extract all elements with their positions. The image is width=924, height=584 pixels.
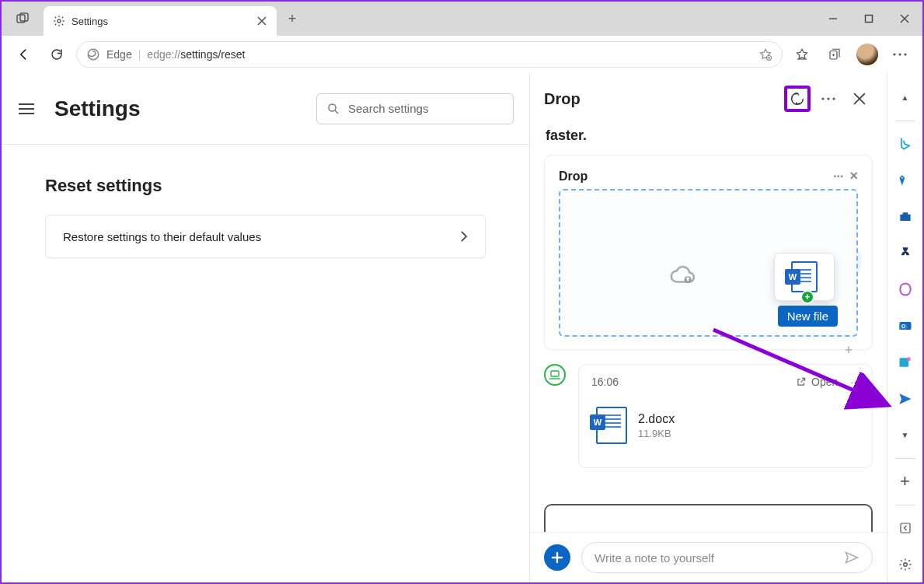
mini-close-icon[interactable]: ×	[849, 168, 858, 184]
sidebar-games-icon[interactable]	[893, 241, 918, 265]
option-label: Restore settings to their default values	[63, 230, 261, 243]
svg-point-25	[903, 562, 907, 566]
note-input[interactable]: Write a note to yourself	[581, 542, 873, 573]
settings-menu-button[interactable]	[14, 96, 39, 121]
drop-intro-card: Drop ··· × + W + New file	[544, 155, 873, 350]
svg-point-8	[898, 53, 901, 55]
browser-tab-settings[interactable]: Settings	[44, 6, 277, 36]
close-icon[interactable]	[256, 16, 267, 26]
address-bar[interactable]: Edge | edge://settings/reset	[76, 41, 783, 68]
collections-button[interactable]	[821, 41, 848, 68]
window-titlebar: Settings +	[2, 2, 922, 36]
profile-button[interactable]	[854, 41, 880, 68]
drop-more-button[interactable]	[815, 86, 842, 112]
plus-badge-icon: +	[800, 290, 814, 304]
note-placeholder: Write a note to yourself	[594, 551, 714, 565]
maximize-button[interactable]	[851, 2, 887, 36]
svg-point-12	[827, 97, 829, 100]
mini-more-icon[interactable]: ···	[833, 170, 843, 184]
mini-drop-title: Drop	[559, 170, 588, 184]
drop-close-button[interactable]	[846, 86, 873, 112]
svg-rect-3	[866, 16, 873, 23]
sidebar-collapse-up[interactable]: ▲	[893, 86, 918, 110]
svg-point-2	[58, 19, 61, 23]
settings-search-input[interactable]: Search settings	[316, 93, 514, 124]
svg-rect-15	[551, 371, 559, 376]
sidebar-bing-icon[interactable]	[893, 132, 918, 156]
drop-compose-bar: Write a note to yourself	[530, 532, 887, 582]
favorite-add-icon[interactable]	[758, 47, 772, 61]
drop-tip-text: faster.	[546, 128, 871, 144]
svg-point-11	[821, 97, 824, 100]
search-placeholder: Search settings	[348, 102, 428, 115]
addr-divider: |	[138, 48, 141, 61]
addr-product-label: Edge	[106, 48, 132, 61]
window-controls	[815, 2, 922, 36]
send-icon[interactable]	[844, 550, 859, 565]
dropzone-preview: W + New file	[559, 189, 858, 337]
svg-rect-17	[900, 214, 910, 220]
avatar	[856, 44, 878, 65]
minimize-button[interactable]	[815, 2, 851, 36]
file-size: 11.9KB	[638, 428, 675, 439]
drop-refresh-button[interactable]	[784, 86, 811, 112]
drop-title: Drop	[544, 90, 779, 108]
back-button[interactable]	[11, 41, 37, 68]
tab-stack-icon	[16, 12, 29, 25]
edge-logo-icon	[86, 47, 100, 61]
sidebar-m365-icon[interactable]	[893, 278, 918, 302]
svg-point-10	[329, 104, 336, 111]
tab-actions-button[interactable]	[2, 2, 44, 36]
search-icon	[326, 102, 340, 116]
device-laptop-icon	[544, 364, 566, 386]
addr-url-path: settings/reset	[180, 48, 245, 61]
window-close-button[interactable]	[887, 2, 922, 36]
sidebar-expand-down[interactable]: ▼	[893, 423, 918, 447]
settings-pane: Settings Search settings Reset settings …	[2, 73, 529, 582]
svg-point-16	[901, 177, 902, 179]
svg-point-13	[832, 97, 835, 100]
addr-url-scheme: edge://	[147, 48, 180, 61]
svg-rect-24	[901, 523, 910, 533]
svg-rect-18	[902, 212, 908, 215]
word-file-icon: W	[596, 407, 627, 444]
gear-icon	[53, 15, 65, 27]
word-file-icon: W	[791, 261, 818, 292]
annotation-arrow	[706, 322, 908, 423]
new-tab-button[interactable]: +	[277, 2, 308, 36]
restore-defaults-option[interactable]: Restore settings to their default values	[45, 215, 486, 258]
svg-line-26	[713, 330, 884, 404]
sidebar-settings-button[interactable]	[893, 552, 918, 576]
sidebar-add-button[interactable]: +	[893, 470, 918, 494]
sidebar-tools-icon[interactable]	[893, 205, 918, 229]
browser-toolbar: Edge | edge://settings/reset	[2, 36, 922, 73]
chevron-right-icon	[460, 231, 468, 242]
sidebar-shopping-icon[interactable]	[893, 169, 918, 193]
sidebar-hide-button[interactable]	[893, 516, 918, 540]
favorites-button[interactable]	[789, 41, 815, 68]
page-title: Settings	[54, 96, 140, 121]
refresh-button[interactable]	[44, 41, 70, 68]
svg-point-9	[904, 53, 906, 55]
cloud-upload-icon	[669, 262, 696, 289]
tab-title: Settings	[71, 16, 250, 27]
more-button[interactable]	[887, 41, 913, 68]
add-attachment-button[interactable]	[544, 544, 570, 571]
partial-card-peek	[544, 504, 873, 532]
svg-point-7	[893, 53, 895, 55]
file-name: 2.docx	[638, 412, 675, 426]
message-time: 16:06	[591, 376, 619, 388]
section-title: Reset settings	[45, 176, 486, 196]
